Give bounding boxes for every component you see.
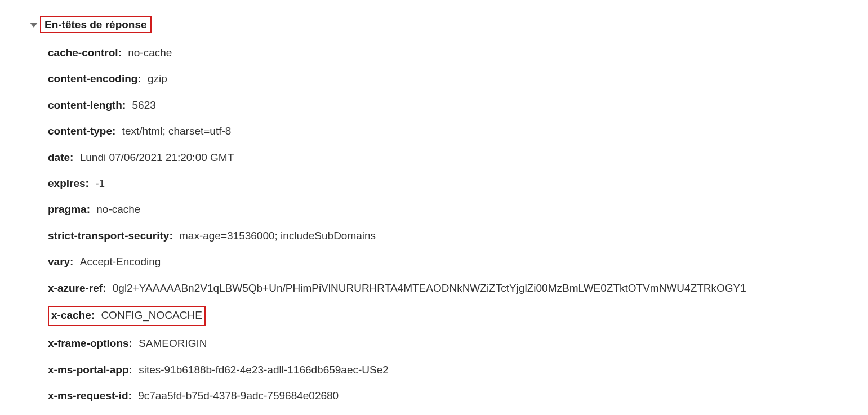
header-row: content-length: 5623 [48,97,845,114]
header-key: x-frame-options: [48,337,132,349]
header-row: vary: Accept-Encoding [48,253,845,270]
header-value: gzip [148,73,167,84]
header-key: x-azure-ref: [48,282,106,294]
header-key: strict-transport-security: [48,230,173,242]
header-row: date: Lundi 07/06/2021 21:20:00 GMT [48,149,845,166]
header-key: content-type: [48,125,115,137]
header-value: 5623 [132,99,156,111]
header-row: pragma: no-cache [48,201,845,218]
header-row: x-cache: CONFIG_NOCACHE [48,306,206,326]
header-value: Lundi 07/06/2021 21:20:00 GMT [80,151,234,163]
header-row: x-frame-options: SAMEORIGIN [48,335,845,352]
header-value: no-cache [96,203,140,215]
header-key: expires: [48,177,89,189]
header-key: date: [48,151,73,163]
header-key: vary: [48,256,73,267]
header-value: SAMEORIGIN [139,337,207,349]
header-key: content-encoding: [48,73,141,84]
header-value: CONFIG_NOCACHE [101,309,202,321]
header-row: strict-transport-security: max-age=31536… [48,227,845,244]
header-value: Accept-Encoding [80,256,161,267]
header-key: x-ms-request-id: [48,390,132,401]
header-value: 0gl2+YAAAAABn2V1qLBW5Qb+Un/PHimPiVlNURUR… [113,282,746,294]
headers-list: cache-control: no-cachecontent-encoding:… [23,44,845,404]
header-key: cache-control: [48,47,122,59]
response-headers-section-header[interactable]: En-têtes de réponse [30,16,152,33]
header-key: x-cache: [51,309,95,321]
expand-caret-icon [30,23,38,28]
header-value: -1 [95,177,105,189]
response-headers-panel: En-têtes de réponse cache-control: no-ca… [6,6,862,415]
header-key: pragma: [48,203,90,215]
header-row: x-azure-ref: 0gl2+YAAAAABn2V1qLBW5Qb+Un/… [48,280,845,297]
response-headers-title: En-têtes de réponse [40,16,152,33]
header-row: content-encoding: gzip [48,70,845,87]
header-value: 9c7aa5fd-b75d-4378-9adc-759684e02680 [138,390,339,401]
header-row: expires: -1 [48,175,845,192]
header-value: sites-91b6188b-fd62-4e23-adll-1166db659a… [139,364,389,376]
header-value: max-age=31536000; includeSubDomains [179,230,376,242]
header-row: x-ms-request-id: 9c7aa5fd-b75d-4378-9adc… [48,387,845,404]
header-row: x-ms-portal-app: sites-91b6188b-fd62-4e2… [48,362,845,378]
header-key: content-length: [48,99,126,111]
header-key: x-ms-portal-app: [48,364,132,376]
header-value: text/html; charset=utf-8 [122,125,232,137]
header-row: cache-control: no-cache [48,44,845,61]
header-row: content-type: text/html; charset=utf-8 [48,123,845,140]
header-value: no-cache [128,47,172,59]
